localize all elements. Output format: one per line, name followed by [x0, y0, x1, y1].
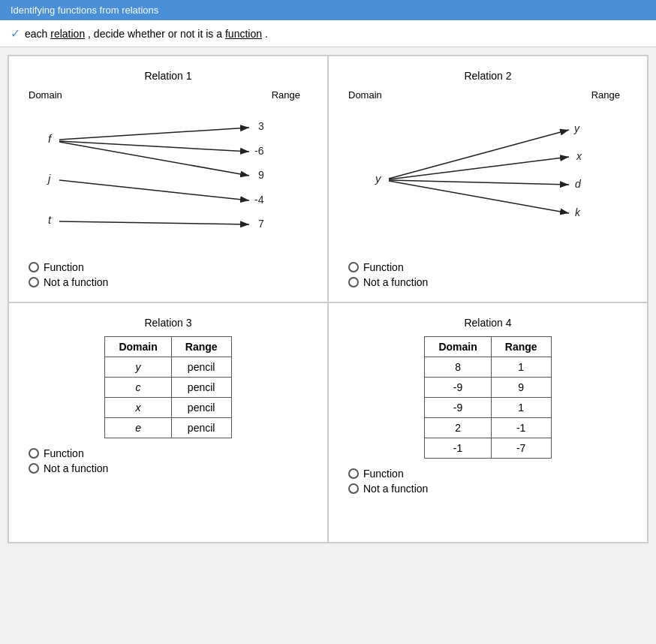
svg-line-21 — [389, 180, 569, 185]
subtitle-text: each relation , decide whether or not it… — [25, 28, 268, 40]
svg-line-22 — [389, 181, 569, 213]
rel3-range-3: pencil — [171, 418, 231, 438]
subtitle-bar: ✓ each relation , decide whether or not … — [0, 20, 656, 47]
quadrant-relation1: Relation 1 Domain Range f j t 3 -6 9 -4 … — [8, 56, 328, 302]
relation3-table-wrapper: Domain Range y pencil c pencil x — [21, 336, 315, 438]
table-row: x pencil — [105, 398, 231, 418]
svg-text:-4: -4 — [254, 194, 264, 206]
rel4-range-0: 1 — [491, 357, 551, 378]
relation1-diagram: f j t 3 -6 9 -4 7 — [21, 104, 315, 254]
relation4-col1-header: Domain — [425, 337, 491, 357]
radio-circle[interactable] — [29, 277, 39, 287]
svg-line-8 — [59, 128, 249, 140]
svg-text:t: t — [48, 213, 52, 226]
svg-text:9: 9 — [258, 169, 264, 181]
rel4-range-4: -7 — [491, 438, 551, 459]
radio-circle[interactable] — [348, 277, 359, 287]
rel3-range-1: pencil — [171, 378, 231, 398]
relation1-svg: f j t 3 -6 9 -4 7 — [21, 104, 315, 254]
relation1-domain-label: Domain — [29, 89, 62, 101]
svg-text:7: 7 — [258, 218, 264, 230]
table-row: -9 9 — [425, 378, 551, 398]
svg-line-20 — [389, 157, 569, 179]
radio-circle[interactable] — [348, 468, 359, 479]
relation3-function-option[interactable]: Function — [29, 447, 315, 459]
svg-text:k: k — [575, 206, 581, 218]
relation2-domain-label: Domain — [348, 89, 382, 101]
radio-circle[interactable] — [29, 448, 39, 459]
relation3-col1-header: Domain — [105, 337, 171, 357]
rel4-domain-3: 2 — [425, 418, 491, 438]
rel4-domain-0: 8 — [425, 357, 491, 378]
relation4-title: Relation 4 — [341, 317, 635, 329]
rel4-domain-2: -9 — [425, 398, 491, 418]
relation2-function-option[interactable]: Function — [348, 261, 635, 273]
relation1-title: Relation 1 — [21, 70, 315, 82]
table-row: e pencil — [105, 418, 231, 438]
quadrant-relation4: Relation 4 Domain Range 8 1 -9 9 — [328, 302, 648, 543]
svg-text:-6: -6 — [254, 145, 264, 157]
relation3-title: Relation 3 — [21, 317, 315, 329]
svg-text:j: j — [47, 172, 51, 185]
relation3-notfunction-option[interactable]: Not a function — [29, 462, 315, 474]
svg-line-12 — [59, 221, 249, 224]
rel3-range-0: pencil — [171, 357, 231, 378]
svg-text:x: x — [576, 150, 582, 162]
chevron-icon: ✓ — [11, 26, 20, 41]
rel3-domain-1: c — [105, 378, 171, 398]
rel3-domain-3: e — [105, 418, 171, 438]
table-row: 8 1 — [425, 357, 551, 378]
rel4-domain-1: -9 — [425, 378, 491, 398]
rel4-range-3: -1 — [491, 418, 551, 438]
table-row: -9 1 — [425, 398, 551, 418]
relation4-function-option[interactable]: Function — [348, 468, 635, 480]
relation2-notfunction-option[interactable]: Not a function — [348, 276, 635, 288]
relation1-range-label: Range — [272, 89, 300, 101]
relation1-notfunction-option[interactable]: Not a function — [29, 276, 315, 288]
rel4-range-1: 9 — [491, 378, 551, 398]
table-row: c pencil — [105, 378, 231, 398]
rel4-domain-4: -1 — [425, 438, 491, 459]
relation1-options: Function Not a function — [21, 261, 315, 288]
relation2-svg: y y x d k — [341, 104, 635, 254]
rel4-range-2: 1 — [491, 398, 551, 418]
svg-text:f: f — [48, 132, 53, 145]
relation2-title: Relation 2 — [341, 70, 635, 82]
relation4-table: Domain Range 8 1 -9 9 -9 1 — [424, 336, 551, 459]
main-grid: Relation 1 Domain Range f j t 3 -6 9 -4 … — [8, 55, 648, 543]
radio-circle[interactable] — [348, 262, 359, 272]
svg-text:d: d — [575, 178, 582, 190]
relation1-function-option[interactable]: Function — [29, 261, 315, 273]
svg-text:3: 3 — [258, 120, 264, 132]
header-title: Identifying functions from relations — [11, 5, 158, 16]
table-row: 2 -1 — [425, 418, 551, 438]
relation3-options: Function Not a function — [21, 447, 315, 474]
relation3-col2-header: Range — [171, 337, 231, 357]
relation-link[interactable]: relation — [50, 28, 85, 40]
radio-circle[interactable] — [348, 483, 359, 494]
relation2-range-label: Range — [591, 89, 620, 101]
quadrant-relation3: Relation 3 Domain Range y pencil c — [8, 302, 328, 543]
header-bar: Identifying functions from relations — [0, 0, 656, 20]
svg-line-11 — [59, 180, 249, 200]
quadrant-relation2: Relation 2 Domain Range y y x d k — [328, 56, 648, 302]
svg-text:y: y — [375, 172, 382, 185]
function-link[interactable]: function — [225, 28, 262, 40]
rel3-domain-2: x — [105, 398, 171, 418]
svg-text:y: y — [573, 122, 580, 134]
relation4-notfunction-option[interactable]: Not a function — [348, 483, 635, 495]
relation2-diagram: y y x d k — [341, 104, 635, 254]
table-row: -1 -7 — [425, 438, 551, 459]
table-row: y pencil — [105, 357, 231, 378]
radio-circle[interactable] — [29, 463, 39, 474]
relation4-col2-header: Range — [491, 337, 551, 357]
relation2-options: Function Not a function — [341, 261, 635, 288]
rel3-domain-0: y — [105, 357, 171, 378]
relation3-table: Domain Range y pencil c pencil x — [104, 336, 231, 438]
relation4-options: Function Not a function — [341, 468, 635, 495]
radio-circle[interactable] — [29, 262, 39, 272]
relation4-table-wrapper: Domain Range 8 1 -9 9 -9 1 — [341, 336, 635, 459]
rel3-range-2: pencil — [171, 398, 231, 418]
svg-line-19 — [389, 130, 569, 179]
